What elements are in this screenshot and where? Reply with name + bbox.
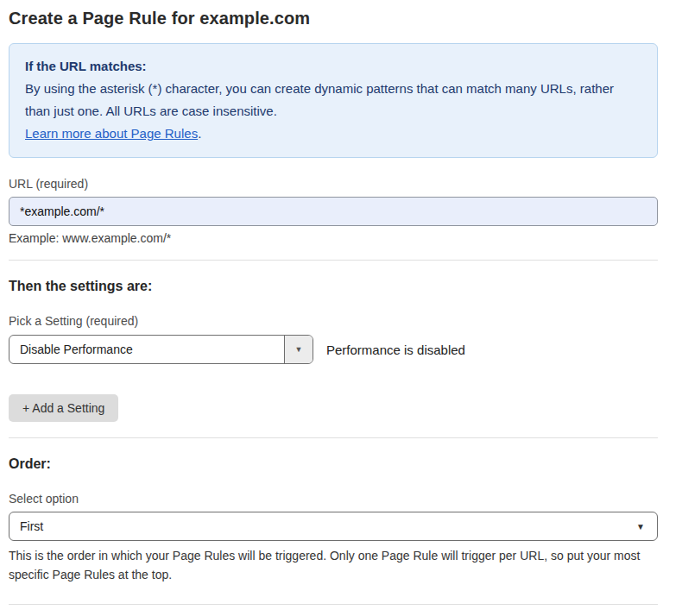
page-rule-form: Create a Page Rule for example.com If th… <box>9 0 658 616</box>
url-example: Example: www.example.com/* <box>9 231 658 245</box>
setting-picker-label: Pick a Setting (required) <box>9 314 658 328</box>
learn-more-link[interactable]: Learn more about Page Rules <box>25 126 198 141</box>
info-box-link-line: Learn more about Page Rules. <box>25 123 641 145</box>
url-input[interactable] <box>9 197 658 226</box>
caret-down-icon: ▼ <box>636 522 645 531</box>
setting-select[interactable]: Disable Performance ▼ <box>9 335 313 364</box>
caret-down-icon: ▼ <box>295 345 303 354</box>
order-select-label: Select option <box>9 492 658 506</box>
order-heading: Order: <box>9 456 658 472</box>
order-help-text: This is the order in which your Page Rul… <box>9 546 649 584</box>
page-title: Create a Page Rule for example.com <box>9 9 658 28</box>
order-select-value: First <box>20 519 43 533</box>
section-divider <box>9 437 658 438</box>
url-label: URL (required) <box>9 177 658 191</box>
setting-select-arrow-button[interactable]: ▼ <box>284 336 313 363</box>
add-setting-button[interactable]: + Add a Setting <box>9 394 118 422</box>
link-suffix: . <box>198 126 201 141</box>
setting-row: Disable Performance ▼ Performance is dis… <box>9 335 658 364</box>
url-match-info-box: If the URL matches: By using the asteris… <box>9 43 658 158</box>
info-box-heading: If the URL matches: <box>25 55 641 78</box>
section-divider <box>9 260 658 261</box>
setting-status-text: Performance is disabled <box>326 343 465 357</box>
order-select[interactable]: First ▼ <box>9 512 658 541</box>
footer-divider <box>9 604 658 605</box>
info-box-body: By using the asterisk (*) character, you… <box>25 78 641 123</box>
setting-select-value: Disable Performance <box>9 336 284 363</box>
settings-heading: Then the settings are: <box>9 279 658 294</box>
